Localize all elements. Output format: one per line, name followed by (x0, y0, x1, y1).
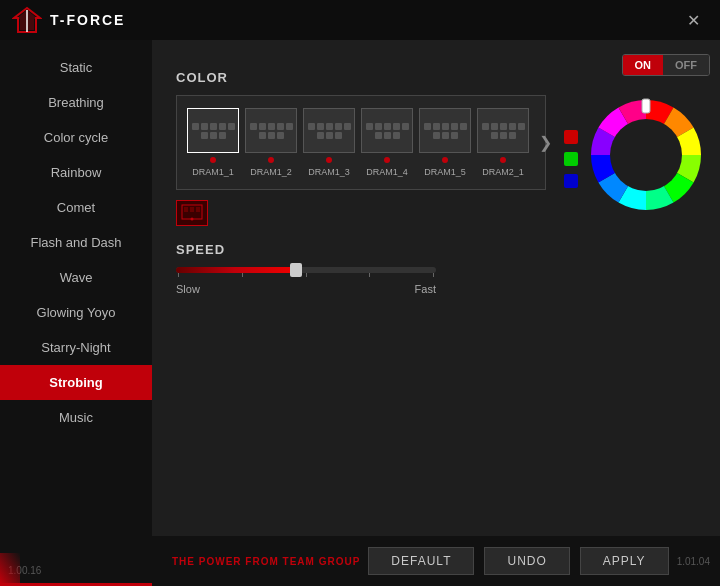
version-right: 1.01.04 (677, 556, 710, 567)
sidebar-item-rainbow[interactable]: Rainbow (0, 155, 152, 190)
svg-point-8 (610, 119, 682, 191)
modules-container: DRAM1_1 DRAM1_2 (176, 95, 546, 190)
main-layout: Static Breathing Color cycle Rainbow Com… (0, 40, 720, 586)
title-bar: T-FORCE ✕ (0, 0, 720, 40)
speed-tick-5 (433, 273, 434, 277)
speed-track[interactable] (176, 267, 436, 273)
module-label-6: DRAM2_1 (482, 167, 524, 177)
tforce-logo-icon (12, 6, 42, 34)
footer-buttons: DEFAULT UNDO APPLY (368, 547, 668, 575)
svg-rect-4 (184, 207, 188, 212)
swatch-green[interactable] (564, 152, 578, 166)
module-dram1-2[interactable]: DRAM1_2 (245, 108, 297, 177)
sidebar-item-flash-and-dash[interactable]: Flash and Dash (0, 225, 152, 260)
module-dram1-5[interactable]: DRAM1_5 (419, 108, 471, 177)
swatch-red[interactable] (564, 130, 578, 144)
swatch-blue[interactable] (564, 174, 578, 188)
module-dram1-1[interactable]: DRAM1_1 (187, 108, 239, 177)
undo-button[interactable]: UNDO (484, 547, 569, 575)
sidebar-item-strobing[interactable]: Strobing (0, 365, 152, 400)
footer: THE POWER FROM TEAM GROUP DEFAULT UNDO A… (152, 536, 720, 586)
sidebar-corner-deco (0, 553, 20, 583)
sidebar-item-static[interactable]: Static (0, 50, 152, 85)
sidebar-item-music[interactable]: Music (0, 400, 152, 435)
module-dram1-4[interactable]: DRAM1_4 (361, 108, 413, 177)
svg-point-7 (191, 218, 194, 221)
color-swatches (564, 130, 578, 188)
speed-slider-container: Slow Fast (176, 267, 546, 295)
speed-tick-2 (242, 273, 243, 277)
modules-next-arrow[interactable]: ❯ (535, 133, 556, 152)
power-toggle[interactable]: ON OFF (622, 54, 711, 76)
speed-fast-label: Fast (415, 283, 436, 295)
module-dot-5 (442, 157, 448, 163)
module-dram2-1[interactable]: DRAM2_1 (477, 108, 529, 177)
toggle-on-button[interactable]: ON (623, 55, 664, 75)
modules-and-controls: DRAM1_1 DRAM1_2 (176, 95, 546, 295)
module-dot-6 (500, 157, 506, 163)
color-wheel-handle[interactable] (642, 99, 650, 113)
speed-section-label: SPEED (176, 242, 546, 257)
module-dot-4 (384, 157, 390, 163)
color-main-area: DRAM1_1 DRAM1_2 (176, 95, 706, 295)
content-area: ON OFF COLOR (152, 40, 720, 586)
module-dot-1 (210, 157, 216, 163)
sidebar-item-comet[interactable]: Comet (0, 190, 152, 225)
module-dot-2 (268, 157, 274, 163)
module-dot-3 (326, 157, 332, 163)
speed-fill (176, 267, 293, 273)
speed-tick-3 (306, 273, 307, 277)
app-title: T-FORCE (50, 12, 125, 28)
svg-rect-6 (196, 207, 200, 212)
footer-tagline: THE POWER FROM TEAM GROUP (172, 556, 360, 567)
svg-rect-5 (190, 207, 194, 212)
sidebar-item-glowing-yoyo[interactable]: Glowing Yoyo (0, 295, 152, 330)
apply-button[interactable]: APPLY (580, 547, 669, 575)
speed-slow-label: Slow (176, 283, 200, 295)
default-button[interactable]: DEFAULT (368, 547, 474, 575)
module-label-3: DRAM1_3 (308, 167, 350, 177)
sidebar-item-color-cycle[interactable]: Color cycle (0, 120, 152, 155)
module-label-1: DRAM1_1 (192, 167, 234, 177)
sidebar-item-wave[interactable]: Wave (0, 260, 152, 295)
module-dram1-3[interactable]: DRAM1_3 (303, 108, 355, 177)
sidebar: Static Breathing Color cycle Rainbow Com… (0, 40, 152, 586)
logo-area: T-FORCE (12, 6, 125, 34)
speed-section: SPEED (176, 242, 546, 295)
speed-labels: Slow Fast (176, 283, 436, 295)
speed-tick-4 (369, 273, 370, 277)
speed-ticks (176, 273, 436, 277)
module-label-4: DRAM1_4 (366, 167, 408, 177)
color-wheel[interactable] (586, 95, 706, 215)
small-ram-icon (181, 204, 203, 222)
small-module-icon[interactable] (176, 200, 208, 226)
color-wheel-area (586, 95, 706, 219)
speed-thumb[interactable] (290, 263, 302, 277)
sidebar-item-breathing[interactable]: Breathing (0, 85, 152, 120)
toggle-off-button[interactable]: OFF (663, 55, 709, 75)
module-label-5: DRAM1_5 (424, 167, 466, 177)
close-button[interactable]: ✕ (679, 7, 708, 34)
speed-tick-1 (178, 273, 179, 277)
sidebar-item-starry-night[interactable]: Starry-Night (0, 330, 152, 365)
module-label-2: DRAM1_2 (250, 167, 292, 177)
